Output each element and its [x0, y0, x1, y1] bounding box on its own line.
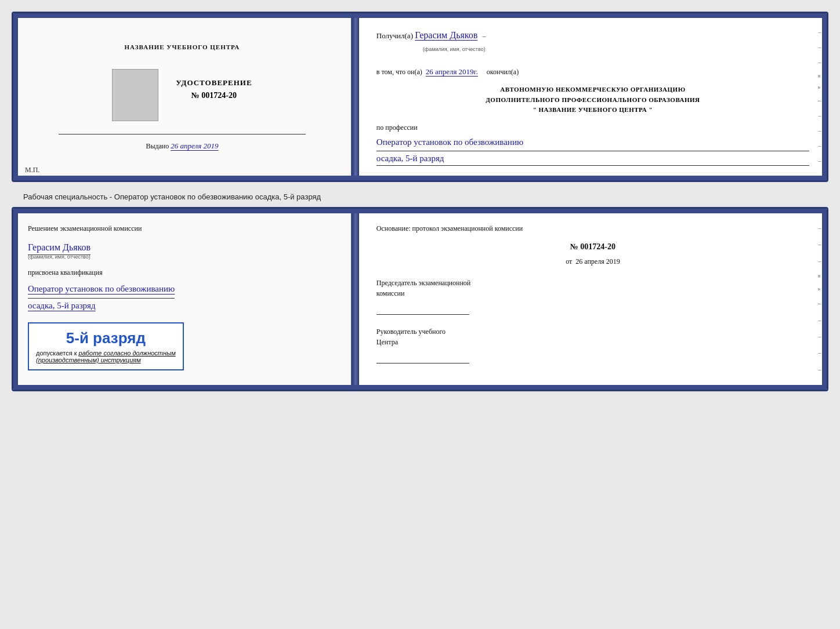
stamp-instructions: (производственным) инструкциям	[36, 357, 141, 363]
issued-date-value: 26 апреля 2019	[171, 141, 218, 150]
in-that-label: в том, что он(а)	[376, 68, 422, 76]
recipient-line: Получил(а) Герасим Дьяков – (фамилия, им…	[376, 28, 809, 54]
photo-placeholder	[112, 69, 158, 121]
org-line2: ДОПОЛНИТЕЛЬНОГО ПРОФЕССИОНАЛЬНОГО ОБРАЗО…	[376, 95, 809, 106]
director-block: Руководитель учебного Центра	[376, 326, 809, 363]
stamp-box: 5-й разряд допускается к работе согласно…	[28, 322, 184, 370]
basis-label: Основание: протокол экзаменационной коми…	[376, 223, 809, 234]
cert-info-block: УДОСТОВЕРЕНИЕ № 001724-20	[176, 78, 252, 112]
cert-number: № 001724-20	[191, 91, 237, 100]
recipient-name: Герасим Дьяков	[415, 30, 477, 40]
profession-line1: Оператор установок по обезвоживанию	[376, 135, 809, 151]
issued-date-block: Выдано 26 апреля 2019	[146, 141, 218, 151]
decision-title: Решением экзаменационной комиссии	[28, 223, 142, 234]
from-label: от	[566, 257, 572, 266]
bottom-name: Герасим Дьяков	[28, 242, 90, 255]
issued-label: Выдано	[146, 142, 169, 150]
stamp-rank: 5-й разряд	[36, 329, 176, 347]
stamp-admission-label: допускается к	[36, 350, 77, 357]
profession-label: по профессии	[376, 123, 809, 132]
from-date-block: от 26 апреля 2019	[376, 257, 809, 266]
side-marks-bottom: – – – и а ← – – – –	[816, 209, 823, 390]
top-doc-left: НАЗВАНИЕ УЧЕБНОГО ЦЕНТРА УДОСТОВЕРЕНИЕ №…	[13, 13, 352, 180]
from-date-value: 26 апреля 2019	[575, 257, 620, 266]
top-doc-right: Получил(а) Герасим Дьяков – (фамилия, им…	[359, 13, 827, 180]
top-center-title: НАЗВАНИЕ УЧЕБНОГО ЦЕНТРА	[125, 43, 240, 52]
chairman-label: Председатель экзаменационной комиссии	[376, 278, 809, 299]
spine-bottom	[352, 209, 359, 390]
bottom-name-hint: (фамилия, имя, отчество)	[28, 254, 90, 260]
mp-label: М.П.	[25, 166, 39, 174]
bottom-name-block: Герасим Дьяков (фамилия, имя, отчество)	[28, 242, 90, 260]
org-line1: АВТОНОМНУЮ НЕКОММЕРЧЕСКУЮ ОРГАНИЗАЦИЮ	[376, 85, 809, 95]
stamp-work: работе согласно должностным	[79, 350, 176, 357]
stamp-admission-text: допускается к работе согласно должностны…	[36, 350, 176, 363]
chairman-sig-line	[376, 303, 469, 315]
director-label: Руководитель учебного Центра	[376, 326, 809, 347]
protocol-number: № 001724-20	[376, 242, 809, 252]
director-sig-line	[376, 352, 469, 363]
divider-left-top	[59, 134, 305, 134]
certified-text: в том, что он(а) 26 апреля 2019г. окончи…	[376, 65, 809, 79]
spine-top	[352, 13, 359, 180]
cert-label: УДОСТОВЕРЕНИЕ	[176, 78, 252, 88]
side-marks-top: – – – и а ← – – – –	[816, 13, 823, 180]
left-content: НАЗВАНИЕ УЧЕБНОГО ЦЕНТРА УДОСТОВЕРЕНИЕ №…	[28, 43, 336, 151]
qualification-line2: осадка, 5-й разряд	[28, 301, 96, 311]
top-document: НАЗВАНИЕ УЧЕБНОГО ЦЕНТРА УДОСТОВЕРЕНИЕ №…	[12, 12, 828, 182]
photo-row: УДОСТОВЕРЕНИЕ № 001724-20	[28, 69, 336, 121]
qualification-line1: Оператор установок по обезвоживанию	[28, 282, 175, 299]
name-hint-top: (фамилия, имя, отчество)	[423, 45, 486, 53]
received-label: Получил(а)	[376, 31, 413, 40]
profession-line2: осадка, 5-й разряд	[376, 154, 809, 166]
org-block: АВТОНОМНУЮ НЕКОММЕРЧЕСКУЮ ОРГАНИЗАЦИЮ ДО…	[376, 85, 809, 115]
bottom-doc-left: Решением экзаменационной комиссии Гераси…	[13, 209, 352, 390]
completion-date: 26 апреля 2019г.	[426, 67, 478, 76]
completed-label: окончил(а)	[487, 68, 519, 76]
chairman-block: Председатель экзаменационной комиссии	[376, 278, 809, 315]
assigned-label: присвоена квалификация	[28, 268, 103, 277]
cert-info: УДОСТОВЕРЕНИЕ № 001724-20	[176, 78, 252, 100]
org-line3: " НАЗВАНИЕ УЧЕБНОГО ЦЕНТРА "	[376, 105, 809, 115]
bottom-doc-right: Основание: протокол экзаменационной коми…	[359, 209, 827, 390]
separator-text: Рабочая специальность - Оператор установ…	[23, 192, 828, 201]
bottom-document: Решением экзаменационной комиссии Гераси…	[12, 207, 828, 391]
